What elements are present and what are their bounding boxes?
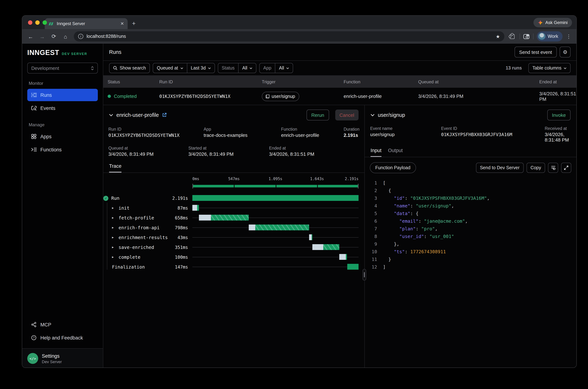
collapse-chevron-icon[interactable] [371,114,375,116]
axis-tick-label: 2.191s [345,176,358,181]
home-icon[interactable]: ⌂ [61,33,70,39]
trace-row[interactable]: ▶enrich-from-api798ms [103,223,358,232]
app-link[interactable]: trace-docs-examples [204,132,281,138]
browser-toolbar: ← → ⟳ ⌂ i localhost:8288/runs ★ Work ⋮ [22,29,576,44]
url-text[interactable]: localhost:8288/runs [87,34,493,39]
trace-row[interactable]: ▶save-enriched351ms [103,242,358,252]
screenshot-canvas: Inngest Server ✕ + Ask Gemini ← → ⟳ ⌂ i … [0,0,588,389]
trace-row[interactable]: ▶enrichment-results43ms [103,232,358,242]
trace-row[interactable]: ✓Run2.191s [103,193,358,203]
trace-row[interactable]: Finalization147ms [103,262,358,272]
cancel-button[interactable]: Cancel [335,110,358,121]
browser-tab[interactable]: Inngest Server ✕ [45,18,128,29]
trace-bar[interactable] [348,264,358,270]
expand-arrow-icon[interactable]: ▶ [112,246,116,249]
trace-row[interactable]: ▶complete100ms [103,252,358,262]
expand-button[interactable] [561,163,571,173]
expand-arrow-icon[interactable]: ▶ [112,236,116,239]
function-link[interactable]: enrich-user-profile [281,132,344,138]
function-payload-pill[interactable]: Function Payload [370,162,416,173]
status-filter-select[interactable]: All [238,63,256,73]
app-filter-select[interactable]: All [275,63,293,73]
sidebar-item-events[interactable]: Events [27,102,98,114]
sidebar-item-apps[interactable]: Apps [27,130,98,143]
maximize-window-button[interactable] [43,20,47,25]
sidebar-item-mcp[interactable]: MCP [27,318,98,331]
tab-output[interactable]: Output [388,148,403,157]
table-columns-button[interactable]: Table columns [528,63,571,73]
close-tab-icon[interactable]: ✕ [120,21,124,26]
app-filter[interactable]: App All [259,63,293,73]
settings-item[interactable]: </> Settings Dev Server [22,348,103,368]
expand-arrow-icon[interactable]: ▶ [112,226,116,229]
sidebar-item-functions[interactable]: Functions [27,143,98,156]
trace-row[interactable]: ▶init87ms [103,203,358,213]
pane-resize-handle[interactable] [363,269,366,281]
trace-bar[interactable] [309,234,313,240]
trace-bar[interactable] [199,215,249,221]
sidebar: INNGEST DEV SERVER Development Monitor [22,44,103,368]
expand-icon [564,165,568,170]
site-info-icon[interactable]: i [78,34,83,39]
trace-bar[interactable] [249,225,309,230]
ask-gemini-button[interactable]: Ask Gemini [533,18,572,27]
trace-bar[interactable] [192,195,358,201]
col-function: Function [344,79,418,84]
new-tab-button[interactable]: + [132,20,136,27]
back-icon[interactable]: ← [26,33,35,39]
sidebar-item-help[interactable]: ? Help and Feedback [27,331,98,344]
code-line: 6 "email": "jane@acme.com", [368,217,576,225]
external-link-icon[interactable] [162,113,167,117]
tab-trace[interactable]: Trace [109,163,121,172]
code-line: 4 "name": "user/signup", [368,202,576,210]
trace-bar[interactable] [192,205,199,211]
expand-arrow-icon[interactable]: ▶ [112,216,116,219]
time-range-select[interactable]: Last 3d [187,63,214,73]
browser-menu-icon[interactable]: ⋮ [566,33,571,39]
expand-arrow-icon[interactable]: ▶ [112,256,116,259]
invoke-button[interactable]: Invoke [547,110,571,121]
trace-bar[interactable] [339,254,347,260]
trace-row[interactable]: ▶fetch-profile658ms [103,213,358,223]
main-content: Runs Send test event ⚙ Show search [103,44,576,368]
window-controls[interactable] [28,20,47,25]
expand-arrow-icon[interactable]: ▶ [112,206,116,210]
environment-select[interactable]: Development [27,63,98,73]
code-line: 2 { [368,187,576,194]
duration-value: 2.191s [344,132,364,138]
status-filter[interactable]: Status All [218,63,256,73]
send-to-dev-server-button[interactable]: Send to Dev Server [476,163,524,173]
time-filter[interactable]: Queued at Last 3d [153,63,215,73]
reload-icon[interactable]: ⟳ [49,33,59,40]
forward-icon[interactable]: → [37,33,47,39]
bookmark-star-icon[interactable]: ★ [496,34,500,39]
section-manage: Manage [29,122,96,127]
payload-json[interactable]: 1[2 {3 "id": "01KJXSYPSFHBXX03GRJFV3A16M… [365,179,576,271]
show-search-button[interactable]: Show search [109,63,150,73]
sidebar-item-runs[interactable]: Runs [27,89,98,101]
trace-bar[interactable] [313,244,339,250]
axis-tick-label: 547ms [228,176,240,181]
tab-search-icon[interactable] [523,34,530,39]
word-wrap-button[interactable] [548,163,558,173]
trace-minimap[interactable] [192,184,358,189]
time-field-select[interactable]: Queued at [153,63,187,73]
run-detail-pane: enrich-user-profile Rerun Cancel Run ID … [103,105,365,368]
table-row[interactable]: Completed 01KJXSYPZYB6TH2DSDSYETWN1X use… [103,88,576,105]
trace-track [192,213,358,223]
extensions-icon[interactable] [510,34,515,39]
profile-chip[interactable]: Work [537,31,562,41]
address-bar[interactable]: i localhost:8288/runs ★ [74,31,504,41]
send-test-event-button[interactable]: Send test event [514,47,557,58]
tab-input[interactable]: Input [371,148,382,157]
trace-step-duration: 147ms [175,264,188,269]
trigger-pill[interactable]: user/signup [262,92,299,101]
close-window-button[interactable] [28,20,32,25]
settings-gear-button[interactable]: ⚙ [560,47,571,58]
minimize-window-button[interactable] [35,20,40,25]
copy-button[interactable]: Copy [527,163,545,173]
rerun-button[interactable]: Rerun [307,110,329,121]
trace-step-name: enrichment-results [118,235,175,240]
collapse-chevron-icon[interactable] [109,114,113,116]
run-details-split: enrich-user-profile Rerun Cancel Run ID … [103,105,576,368]
